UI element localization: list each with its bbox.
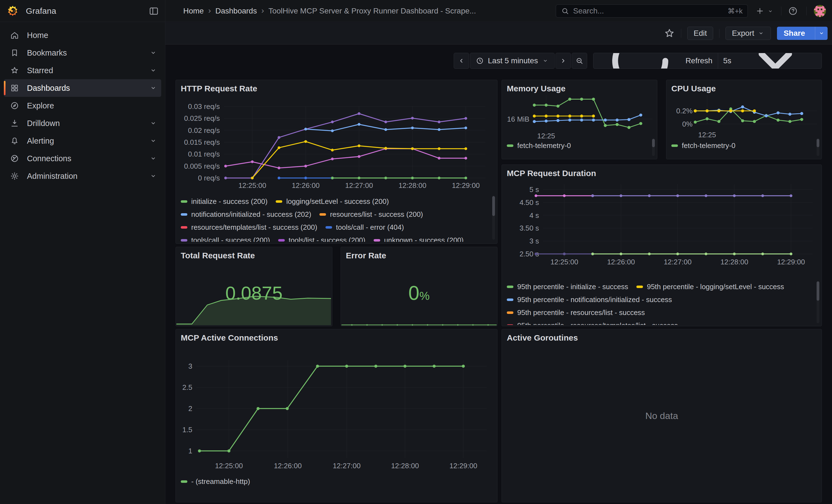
svg-text:0.025 req/s: 0.025 req/s: [184, 114, 220, 123]
legend-item[interactable]: fetch-telemetry-0: [507, 141, 571, 150]
sidebar-nav: HomeBookmarksStarredDashboardsExploreDri…: [0, 22, 165, 504]
sidebar-item-label: Administration: [27, 172, 141, 181]
legend-item[interactable]: 95th percentile - resources/templates/li…: [507, 321, 678, 325]
share-button[interactable]: Share: [777, 27, 828, 40]
legend-scrollbar[interactable]: [816, 281, 820, 323]
legend-label: 95th percentile - resources/list - succe…: [517, 309, 645, 317]
duration-legend: 95th percentile - initialize - success95…: [507, 280, 813, 325]
legend-row: fetch-telemetry-0: [671, 139, 812, 152]
chevron-right-icon: [559, 57, 567, 65]
favorite-star-icon[interactable]: [664, 28, 675, 39]
error-rate-value: 0%: [341, 282, 497, 304]
svg-text:12:25:00: 12:25:00: [550, 258, 578, 266]
edit-button[interactable]: Edit: [687, 27, 713, 40]
search-input[interactable]: [573, 7, 724, 16]
sidebar-item-connections[interactable]: Connections: [4, 150, 161, 167]
legend-label: logging/setLevel - success (200): [286, 197, 389, 206]
legend-item[interactable]: tools/list - success (200): [278, 236, 365, 242]
refresh-interval-picker[interactable]: 5s: [718, 53, 822, 69]
svg-text:2: 2: [188, 404, 192, 413]
chevron-down-icon: [149, 49, 157, 57]
sidebar-item-drilldown[interactable]: Drilldown: [4, 114, 161, 132]
connections-icon: [10, 154, 19, 163]
panel-title[interactable]: Total Request Rate: [181, 251, 255, 260]
legend-scrollbar[interactable]: [492, 195, 495, 240]
bookmark-icon: [10, 48, 19, 57]
time-back-button[interactable]: [454, 53, 469, 69]
panel-title[interactable]: Error Rate: [346, 251, 386, 260]
time-forward-button[interactable]: [555, 53, 571, 69]
legend-swatch: [181, 239, 187, 242]
panel-title[interactable]: MCP Active Connections: [181, 333, 278, 343]
sidebar-item-explore[interactable]: Explore: [4, 97, 161, 114]
search-box[interactable]: ⌘+k: [556, 4, 748, 18]
legend-swatch: [507, 286, 513, 288]
brand-name: Grafana: [26, 6, 56, 16]
panel-mcp-request-duration: MCP Request Duration 12:25:0012:26:0012:…: [501, 164, 822, 326]
panel-title[interactable]: MCP Request Duration: [507, 169, 596, 178]
sidebar-item-starred[interactable]: Starred: [4, 62, 161, 79]
refresh-icon: [599, 53, 681, 69]
legend-swatch: [507, 298, 513, 301]
legend-item[interactable]: tools/call - success (200): [181, 236, 270, 242]
panel-title[interactable]: CPU Usage: [671, 84, 716, 93]
zoom-out-button[interactable]: [572, 53, 587, 69]
sidebar-item-home[interactable]: Home: [4, 26, 161, 44]
chevron-down-icon: [149, 84, 157, 92]
svg-text:0.02 req/s: 0.02 req/s: [188, 126, 220, 135]
legend-item[interactable]: fetch-telemetry-0: [671, 141, 735, 150]
divider: [781, 7, 781, 16]
sidebar-item-administration[interactable]: Administration: [4, 167, 161, 185]
legend-item[interactable]: resources/templates/list - success (200): [181, 223, 317, 232]
breadcrumb-separator: ›: [261, 6, 264, 16]
legend-item[interactable]: logging/setLevel - success (200): [276, 197, 389, 206]
sidebar-item-bookmarks[interactable]: Bookmarks: [4, 44, 161, 62]
breadcrumb-separator: ›: [208, 6, 211, 16]
time-controls: Last 5 minutes Refresh 5s: [454, 53, 822, 69]
sidebar-item-alerting[interactable]: Alerting: [4, 132, 161, 150]
add-new-chevron-icon[interactable]: [767, 8, 774, 15]
sidebar-item-dashboards[interactable]: Dashboards: [4, 79, 161, 97]
legend-item[interactable]: 95th percentile - resources/list - succe…: [507, 309, 645, 317]
legend-item[interactable]: 95th percentile - initialize - success: [507, 283, 628, 291]
add-new-icon[interactable]: [755, 7, 764, 16]
legend-item[interactable]: - (streamable-http): [181, 477, 250, 486]
sidebar-toggle-icon[interactable]: [149, 6, 159, 16]
refresh-button[interactable]: Refresh: [594, 53, 718, 69]
legend-row: 95th percentile - notifications/initiali…: [507, 293, 813, 306]
top-nav: Grafana Home › Dashboards › ToolHive MCP…: [0, 0, 832, 22]
time-range-picker[interactable]: Last 5 minutes: [470, 53, 555, 69]
svg-text:12:26:00: 12:26:00: [607, 258, 635, 266]
legend-scrollbar[interactable]: [816, 138, 820, 156]
legend-swatch: [507, 312, 513, 314]
legend-item[interactable]: 95th percentile - logging/setLevel - suc…: [636, 283, 784, 291]
export-button[interactable]: Export: [726, 27, 771, 40]
legend-item[interactable]: unknown - success (200): [374, 236, 464, 242]
legend-swatch: [671, 144, 678, 147]
breadcrumb-home[interactable]: Home: [183, 7, 204, 16]
legend-item[interactable]: notifications/initialized - success (202…: [181, 210, 311, 219]
legend-label: 95th percentile - logging/setLevel - suc…: [647, 283, 784, 291]
avatar-pixel-art: [814, 5, 826, 17]
panel-title[interactable]: Active Goroutines: [507, 333, 578, 343]
share-dropdown-chevron-icon[interactable]: [815, 27, 828, 40]
legend-scrollbar[interactable]: [652, 138, 655, 156]
user-avatar[interactable]: [814, 5, 826, 17]
breadcrumb-current-page: ToolHive MCP Server & Proxy Runner Dashb…: [268, 7, 476, 16]
svg-text:12:26:00: 12:26:00: [274, 461, 302, 470]
legend-swatch: [181, 200, 187, 203]
breadcrumb-dashboards[interactable]: Dashboards: [215, 7, 257, 16]
legend-item[interactable]: resources/list - success (200): [319, 210, 423, 219]
chevron-down-icon: [149, 172, 157, 180]
legend-item[interactable]: 95th percentile - notifications/initiali…: [507, 295, 672, 304]
legend-item[interactable]: tools/call - error (404): [326, 223, 404, 232]
legend-swatch: [181, 226, 187, 229]
grafana-logo[interactable]: [7, 5, 19, 17]
svg-text:3: 3: [188, 362, 192, 370]
svg-text:12:25: 12:25: [698, 131, 716, 139]
panel-title[interactable]: HTTP Request Rate: [181, 84, 257, 93]
legend-item[interactable]: initialize - success (200): [181, 197, 267, 206]
panel-title[interactable]: Memory Usage: [507, 84, 565, 93]
legend-swatch: [278, 239, 285, 242]
help-icon[interactable]: [788, 6, 798, 16]
